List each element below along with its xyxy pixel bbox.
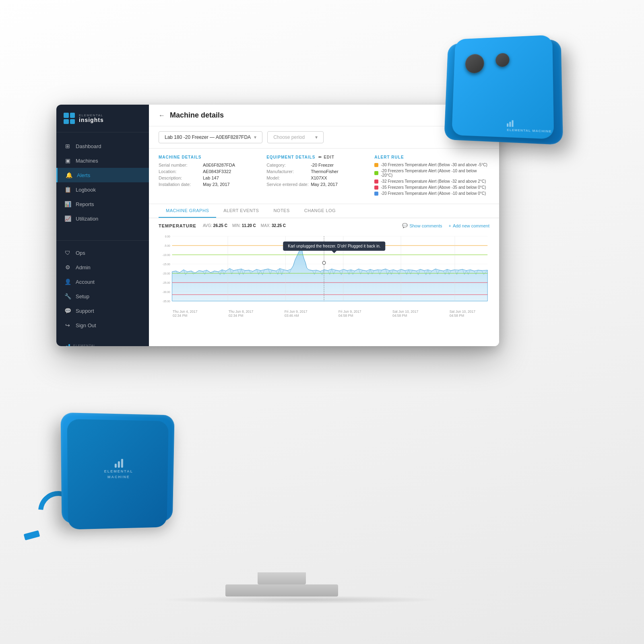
svg-point-22 xyxy=(322,261,326,264)
logo-grid xyxy=(64,113,75,124)
equipment-details-section: EQUIPMENT DETAILS ✏ Edit Category: -20 F… xyxy=(266,155,362,197)
detail-location: Location: AE0843F3322 xyxy=(159,169,254,174)
alert-rule-5: -20 Freezers Temperature Alert (Above -1… xyxy=(374,191,489,196)
reports-icon: 📊 xyxy=(64,201,71,207)
detail-category: Category: -20 Freezer xyxy=(266,163,362,167)
alert-rule-2: -20 Freezers Temperature Alert (Above -1… xyxy=(374,169,489,178)
show-comments-button[interactable]: 💬 Show comments xyxy=(402,223,442,228)
alert-rules-section: ALERT RULE -30 Freezers Temperature Aler… xyxy=(374,155,489,197)
tab-change-log[interactable]: CHANGE LOG xyxy=(297,204,343,218)
date-label-3: Fri Jun 9, 201703:46 AM xyxy=(285,310,308,318)
nav-section: ⊞ Dashboard ▣ Machines 🔔 Alerts 📋 Logboo… xyxy=(56,132,149,232)
sidebar-item-alerts[interactable]: 🔔 Alerts xyxy=(56,168,149,182)
date-label-4: Fri Jun 9, 201704:58 PM xyxy=(339,310,361,318)
back-button[interactable]: ← xyxy=(159,112,165,119)
device-button-2 xyxy=(495,53,510,67)
monitor: ELEMENTAL insights ⊞ Dashboard ▣ Machine… xyxy=(56,105,499,346)
machine-details-title: MACHINE DETAILS xyxy=(159,155,254,159)
chevron-down-icon: ▾ xyxy=(254,134,256,140)
admin-icon: ⚙ xyxy=(64,264,71,270)
chart-title: TEMPERATURE xyxy=(159,223,196,228)
add-comment-button[interactable]: + Add new comment xyxy=(448,223,489,228)
dashboard-icon: ⊞ xyxy=(64,143,71,149)
sidebar-footer: ELEMENTALMACHINE xyxy=(56,337,149,346)
detail-manufacturer: Manufacturer: ThermoFisher xyxy=(266,169,362,174)
rule-dot-4 xyxy=(374,186,378,190)
sidebar-item-account[interactable]: 👤 Account xyxy=(56,275,149,289)
logbook-icon: 📋 xyxy=(64,186,71,193)
account-icon: 👤 xyxy=(64,279,71,285)
alert-rule-1: -30 Freezers Temperature Alert (Below -3… xyxy=(374,163,489,167)
alert-rule-3: -32 Freezers Temperature Alert (Below -3… xyxy=(374,179,489,184)
sidebar-item-utilization[interactable]: 📈 Utilization xyxy=(56,211,149,226)
tab-alert-events[interactable]: ALERT EVENTS xyxy=(216,204,266,218)
sidebar-item-setup[interactable]: 🔧 Setup xyxy=(56,289,149,303)
detail-service-date: Service entered date: May 23, 2017 xyxy=(266,182,362,187)
footer-logo xyxy=(64,344,70,346)
avg-stat: AVG: 26.25 C xyxy=(203,223,227,228)
alerts-icon: 🔔 xyxy=(66,172,72,178)
date-label-6: Sat Jun 10, 201704:58 PM xyxy=(450,310,475,318)
equipment-details-title: EQUIPMENT DETAILS ✏ Edit xyxy=(266,155,362,159)
period-select[interactable]: Choose period ▾ xyxy=(267,131,324,143)
sidebar-item-logbook[interactable]: 📋 Logbook xyxy=(56,182,149,197)
sidebar-item-machines[interactable]: ▣ Machines xyxy=(56,153,149,168)
machine-details-section: MACHINE DETAILS Serial number: A0E6F8287… xyxy=(159,155,254,197)
sidebar: ELEMENTAL insights ⊞ Dashboard ▣ Machine… xyxy=(56,105,149,346)
svg-text:-5.00: -5.00 xyxy=(164,244,170,247)
date-label-1: Thu Jun 4, 201702:34 PM xyxy=(173,310,197,318)
svg-text:-25.00: -25.00 xyxy=(163,281,170,284)
sidebar-item-ops[interactable]: 🛡 Ops xyxy=(56,246,149,260)
max-stat: MAX: 32.25 C xyxy=(261,223,286,228)
monitor-base xyxy=(225,584,338,597)
hardware-device-top: ELEMENTAL MACHINE xyxy=(443,40,572,153)
date-label-5: Sat Jun 10, 201704:58 PM xyxy=(392,310,418,318)
chart-actions: 💬 Show comments + Add new comment xyxy=(402,223,489,228)
rule-dot-1 xyxy=(374,163,378,167)
logo-bars xyxy=(115,459,123,468)
edit-button[interactable]: ✏ Edit xyxy=(318,155,334,159)
detail-serial: Serial number: A0E6F8287FDA xyxy=(159,163,254,167)
tab-machine-graphs[interactable]: MACHINE GRAPHS xyxy=(159,204,216,218)
ops-icon: 🛡 xyxy=(64,250,71,256)
sidebar-item-signout[interactable]: ↪ Sign Out xyxy=(56,318,149,332)
monitor-screen: ELEMENTAL insights ⊞ Dashboard ▣ Machine… xyxy=(56,105,499,346)
tabs-bar: MACHINE GRAPHS ALERT EVENTS NOTES CHANGE… xyxy=(149,204,499,218)
sidebar-logo: ELEMENTAL insights xyxy=(56,105,149,132)
page-title: Machine details xyxy=(170,111,224,120)
footer-brand: ELEMENTALMACHINE xyxy=(73,344,96,346)
device-logo-bottom: ELEMENTAL MACHINE xyxy=(104,459,133,479)
detail-installation: Installation date: May 23, 2017 xyxy=(159,182,254,187)
tab-notes[interactable]: NOTES xyxy=(266,204,297,218)
sidebar-bottom: 🛡 Ops ⚙ Admin 👤 Account 🔧 Setup 💬 xyxy=(56,240,149,337)
detail-description: Description: Lab 147 xyxy=(159,175,254,180)
chart-stats: AVG: 26.25 C MIN: 11.20 C MAX: 32.25 C xyxy=(203,223,286,228)
machine-select[interactable]: Lab 180 -20 Freezer — A0E6F8287FDA ▾ xyxy=(159,131,262,143)
utilization-icon: 📈 xyxy=(64,215,71,222)
sidebar-item-admin[interactable]: ⚙ Admin xyxy=(56,260,149,275)
svg-text:0.00: 0.00 xyxy=(165,235,170,238)
rule-dot-5 xyxy=(374,192,378,196)
rule-dot-3 xyxy=(374,180,378,184)
chart-tooltip: Karl unplugged the freezer. D'oh! Plugge… xyxy=(283,242,385,251)
svg-text:-30.00: -30.00 xyxy=(163,291,170,293)
machines-icon: ▣ xyxy=(64,157,71,164)
comment-icon: 💬 xyxy=(402,223,408,228)
svg-text:-10.00: -10.00 xyxy=(163,254,170,256)
detail-model: Model: X107XX xyxy=(266,175,362,180)
hardware-device-bottom: ELEMENTAL MACHINE xyxy=(62,415,203,551)
setup-icon: 🔧 xyxy=(64,293,71,299)
details-grid: MACHINE DETAILS Serial number: A0E6F8287… xyxy=(149,149,499,204)
alert-rule-4: -35 Freezers Temperature Alert (Above -3… xyxy=(374,185,489,190)
sidebar-item-reports[interactable]: 📊 Reports xyxy=(56,197,149,211)
sidebar-item-support[interactable]: 💬 Support xyxy=(56,303,149,318)
date-label-2: Thu Jun 8, 201702:34 PM xyxy=(229,310,253,318)
sidebar-item-dashboard[interactable]: ⊞ Dashboard xyxy=(56,139,149,153)
rule-dot-2 xyxy=(374,171,378,175)
svg-text:-15.00: -15.00 xyxy=(163,263,170,266)
monitor-stand xyxy=(258,572,306,584)
chart-area: TEMPERATURE AVG: 26.25 C MIN: 11.20 C xyxy=(149,218,499,346)
device-logo-top: ELEMENTAL MACHINE xyxy=(507,120,551,133)
chart-header: TEMPERATURE AVG: 26.25 C MIN: 11.20 C xyxy=(159,223,489,228)
floor-shadow xyxy=(161,596,443,604)
